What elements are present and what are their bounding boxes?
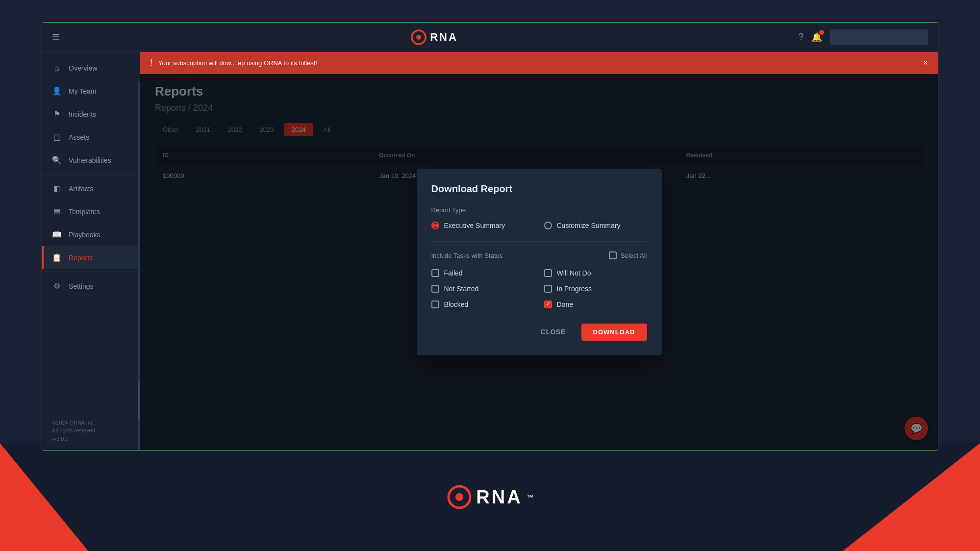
sidebar-label-templates: Templates bbox=[69, 208, 100, 216]
sidebar-scroll-thumb bbox=[138, 381, 140, 421]
warning-icon: ! bbox=[150, 58, 152, 68]
failed-checkbox[interactable] bbox=[431, 269, 439, 277]
svg-point-1 bbox=[455, 493, 463, 501]
blocked-label: Blocked bbox=[444, 301, 469, 308]
sidebar-label-artifacts: Artifacts bbox=[69, 185, 94, 193]
notification-icon[interactable]: 🔔 bbox=[811, 32, 822, 43]
status-grid: Failed Will Not Do Not Started bbox=[431, 269, 647, 308]
report-type-row: Executive Summary Customize Summary bbox=[431, 222, 647, 229]
sidebar-item-settings[interactable]: ⚙ Settings bbox=[42, 275, 140, 298]
status-option-in-progress[interactable]: In Progress bbox=[544, 285, 647, 293]
failed-label: Failed bbox=[444, 269, 463, 277]
hamburger-button[interactable]: ☰ bbox=[52, 32, 60, 43]
logo-text: RNA bbox=[430, 31, 458, 44]
status-option-failed[interactable]: Failed bbox=[431, 269, 534, 277]
sidebar-label-settings: Settings bbox=[69, 282, 94, 290]
in-progress-label: In Progress bbox=[557, 285, 592, 293]
select-all-container[interactable]: Select All bbox=[609, 251, 647, 259]
status-option-blocked[interactable]: Blocked bbox=[431, 301, 534, 308]
app-header: ☰ RNA ? 🔔 bbox=[42, 23, 938, 52]
bottom-logo-icon bbox=[447, 484, 472, 510]
select-all-label: Select All bbox=[621, 252, 647, 259]
done-checkbox[interactable] bbox=[544, 301, 552, 308]
svg-point-3 bbox=[416, 35, 421, 40]
header-logo: RNA bbox=[70, 29, 799, 46]
status-option-done[interactable]: Done bbox=[544, 301, 647, 308]
settings-icon: ⚙ bbox=[52, 281, 62, 291]
download-button[interactable]: DOWNLOAD bbox=[581, 324, 647, 341]
modal-divider bbox=[431, 241, 647, 242]
playbooks-icon: 📖 bbox=[52, 230, 62, 239]
version-text: v-3.0.0 bbox=[52, 435, 130, 443]
notification-badge bbox=[819, 30, 824, 35]
rights-text: All rights reserved. bbox=[52, 426, 130, 435]
radio-executive[interactable] bbox=[431, 222, 439, 229]
bottom-logo-tm: ™ bbox=[527, 493, 533, 501]
red-shape-right bbox=[843, 443, 980, 551]
bottom-logo-text: RNA bbox=[476, 487, 522, 508]
report-type-executive[interactable]: Executive Summary bbox=[431, 222, 534, 229]
radio-customize[interactable] bbox=[544, 222, 552, 229]
bottom-area: RNA ™ bbox=[0, 443, 980, 551]
done-label: Done bbox=[557, 301, 573, 308]
help-icon[interactable]: ? bbox=[799, 32, 804, 42]
modal-footer: CLOSE DOWNLOAD bbox=[431, 323, 647, 341]
subscription-banner: ! Your subscription will dow... ep using… bbox=[140, 52, 938, 74]
sidebar-label-playbooks: Playbooks bbox=[69, 231, 101, 239]
flag-icon: ⚑ bbox=[52, 109, 62, 119]
sidebar-item-templates[interactable]: ▤ Templates bbox=[42, 200, 140, 223]
sidebar-label-overview: Overview bbox=[69, 64, 97, 72]
report-type-label: Report Type bbox=[431, 206, 647, 214]
download-report-modal: Download Report Report Type Executive Su… bbox=[417, 169, 662, 355]
status-option-not-started[interactable]: Not Started bbox=[431, 285, 534, 293]
logo-icon bbox=[410, 29, 427, 46]
blocked-checkbox[interactable] bbox=[431, 301, 439, 308]
assets-icon: ◫ bbox=[52, 132, 62, 142]
banner-close-button[interactable]: × bbox=[923, 58, 928, 68]
app-window: ☰ RNA ? 🔔 bbox=[42, 22, 938, 451]
sidebar-item-my-team[interactable]: 👤 My Team bbox=[42, 79, 140, 102]
user-icon: 👤 bbox=[52, 86, 62, 96]
sidebar-item-reports[interactable]: 📋 Reports bbox=[42, 246, 140, 269]
tasks-label: Include Tasks with Status bbox=[431, 252, 503, 259]
sidebar-item-vulnerabilities[interactable]: 🔍 Vulnerabilities bbox=[42, 149, 140, 172]
header-actions: ? 🔔 bbox=[799, 29, 928, 45]
sidebar-label-vulnerabilities: Vulnerabilities bbox=[69, 156, 111, 164]
will-not-do-label: Will Not Do bbox=[557, 269, 591, 277]
sidebar-item-overview[interactable]: ⌂ Overview bbox=[42, 57, 140, 79]
sidebar-item-playbooks[interactable]: 📖 Playbooks bbox=[42, 223, 140, 246]
main-content: ! Your subscription will dow... ep using… bbox=[140, 52, 938, 450]
sidebar: ⌂ Overview 👤 My Team ⚑ Incidents ◫ Asset… bbox=[42, 52, 140, 450]
sidebar-item-incidents[interactable]: ⚑ Incidents bbox=[42, 102, 140, 125]
in-progress-checkbox[interactable] bbox=[544, 285, 552, 293]
search-icon: 🔍 bbox=[52, 155, 62, 165]
modal-backdrop: Download Report Report Type Executive Su… bbox=[140, 74, 938, 450]
customize-summary-label: Customize Summary bbox=[557, 222, 621, 229]
tasks-section-header: Include Tasks with Status Select All bbox=[431, 251, 647, 259]
sidebar-divider-2 bbox=[42, 272, 140, 272]
status-option-will-not-do[interactable]: Will Not Do bbox=[544, 269, 647, 277]
close-button[interactable]: CLOSE bbox=[533, 323, 574, 341]
report-type-customize[interactable]: Customize Summary bbox=[544, 222, 647, 229]
sidebar-item-artifacts[interactable]: ◧ Artifacts bbox=[42, 177, 140, 200]
bottom-logo: RNA ™ bbox=[447, 484, 533, 510]
sidebar-label-reports: Reports bbox=[69, 254, 93, 262]
templates-icon: ▤ bbox=[52, 207, 62, 216]
sidebar-item-assets[interactable]: ◫ Assets bbox=[42, 125, 140, 149]
executive-summary-label: Executive Summary bbox=[444, 222, 505, 229]
reports-icon: 📋 bbox=[52, 253, 62, 262]
will-not-do-checkbox[interactable] bbox=[544, 269, 552, 277]
not-started-label: Not Started bbox=[444, 285, 479, 293]
search-input[interactable] bbox=[830, 29, 928, 45]
modal-title: Download Report bbox=[431, 183, 647, 195]
not-started-checkbox[interactable] bbox=[431, 285, 439, 293]
sidebar-label-assets: Assets bbox=[69, 133, 89, 141]
sidebar-nav: ⌂ Overview 👤 My Team ⚑ Incidents ◫ Asset… bbox=[42, 52, 140, 411]
page-content: Reports Reports / 2024 Older 2021 2022 2… bbox=[140, 74, 938, 450]
sidebar-label-incidents: Incidents bbox=[69, 110, 96, 118]
sidebar-footer: ©2024 ORNA Inc. All rights reserved. v-3… bbox=[42, 411, 140, 451]
red-shape-left bbox=[0, 443, 88, 551]
app-body: ⌂ Overview 👤 My Team ⚑ Incidents ◫ Asset… bbox=[42, 52, 938, 450]
select-all-checkbox[interactable] bbox=[609, 251, 617, 259]
sidebar-divider-1 bbox=[42, 174, 140, 175]
